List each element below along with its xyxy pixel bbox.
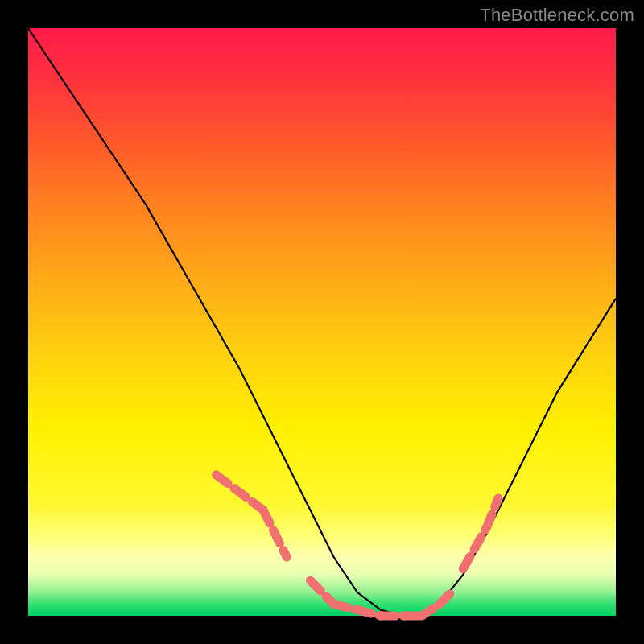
- watermark-label: TheBottleneck.com: [480, 5, 634, 26]
- highlight-segment: [440, 592, 452, 605]
- curve-highlight-markers: [217, 475, 498, 616]
- highlight-segment: [263, 510, 287, 557]
- bottleneck-curve-line: [28, 28, 616, 616]
- highlight-segment: [217, 475, 263, 510]
- chart-plot-area: [28, 28, 616, 616]
- highlight-segment: [310, 580, 333, 604]
- highlight-segment: [463, 528, 486, 569]
- bottleneck-chart: [28, 28, 616, 616]
